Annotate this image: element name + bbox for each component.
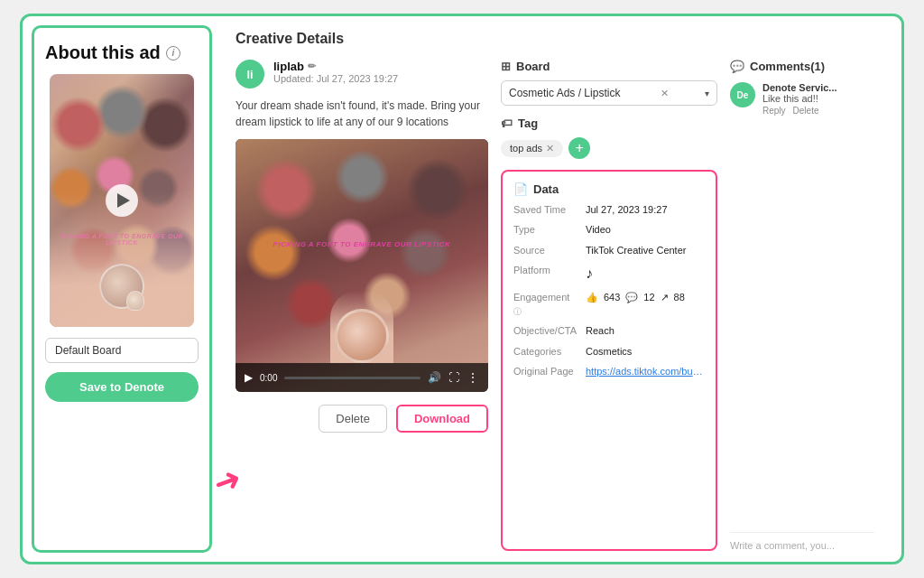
board-label: ⊞ Board — [501, 60, 717, 73]
left-panel: About this ad i PICKING A FONT TO ENGRAV… — [32, 25, 212, 553]
comments-header: 💬 Comments(1) — [730, 60, 874, 73]
board-section: ⊞ Board Cosmetic Ads / Lipstick ✕ ▾ — [501, 60, 717, 106]
pot-visual — [335, 309, 389, 363]
data-row-engagement: Engagementⓘ 👍643 💬12 ↗88 — [513, 291, 705, 319]
data-val-original-page[interactable]: https://ads.tiktok.com/busines... — [586, 365, 705, 378]
comment-icon: 💬 — [625, 291, 638, 304]
creative-details-title: Creative Details — [236, 31, 887, 47]
about-title-text: About this ad — [45, 42, 161, 63]
data-val-objective: Reach — [586, 324, 705, 338]
play-button[interactable] — [106, 184, 138, 217]
content-area: li liplab ✏ Updated: Jul 27, 2023 19:27 … — [236, 60, 887, 551]
tag-area: top ads ✕ + — [501, 137, 717, 159]
add-tag-button[interactable]: + — [568, 137, 590, 159]
comment-text: Like this ad!! — [762, 93, 874, 104]
data-row-objective: Objective/CTA Reach — [513, 324, 705, 338]
board-dropdown-value: Cosmetic Ads / Lipstick — [509, 87, 620, 99]
save-to-denote-button[interactable]: Save to Denote — [45, 372, 199, 402]
data-key-saved-time: Saved Time — [513, 203, 586, 217]
data-row-platform: Platform ♪ — [513, 264, 705, 284]
write-comment-placeholder: Write a comment, you... — [730, 540, 835, 551]
comments-column: 💬 Comments(1) De Denote Servic... Like t… — [730, 60, 874, 551]
commenter-avatar: De — [730, 82, 755, 107]
comment-body: Denote Servic... Like this ad!! Reply De… — [762, 82, 874, 116]
brand-avatar: li — [236, 60, 264, 89]
center-column: li liplab ✏ Updated: Jul 27, 2023 19:27 … — [236, 60, 488, 551]
data-val-source: TikTok Creative Center — [586, 244, 705, 257]
data-section-label: 📄 Data — [513, 182, 705, 196]
tag-text: top ads — [510, 143, 542, 154]
data-val-engagement: 👍643 💬12 ↗88 — [586, 291, 705, 319]
comment-icon-header: 💬 — [730, 60, 744, 73]
reply-button[interactable]: Reply — [762, 106, 786, 116]
tag-icon: 🏷 — [501, 117, 513, 130]
data-key-categories: Categories — [513, 345, 586, 359]
data-icon: 📄 — [513, 182, 528, 196]
tag-remove-icon[interactable]: ✕ — [546, 143, 554, 154]
ad-description: Your dream shade isn't found, it's made.… — [236, 98, 488, 130]
data-row-categories: Categories Cosmetics — [513, 345, 705, 359]
video-overlay-text: PICKING A FONT TO ENGRAVE OUR LIPSTICK — [236, 240, 488, 248]
data-row-type: Type Video — [513, 223, 705, 237]
data-key-platform: Platform — [513, 264, 586, 284]
data-val-saved-time: Jul 27, 2023 19:27 — [586, 203, 705, 217]
download-button[interactable]: Download — [396, 405, 488, 433]
fullscreen-icon[interactable]: ⛶ — [448, 371, 459, 384]
data-row-saved-time: Saved Time Jul 27, 2023 19:27 — [513, 203, 705, 217]
data-key-type: Type — [513, 223, 586, 237]
more-options-icon[interactable]: ⋮ — [467, 370, 479, 385]
play-triangle-icon — [117, 193, 130, 208]
data-row-original-page: Original Page https://ads.tiktok.com/bus… — [513, 365, 705, 378]
delete-comment-button[interactable]: Delete — [793, 106, 819, 116]
comment-actions: Reply Delete — [762, 106, 874, 116]
data-key-original-page: Original Page — [513, 365, 586, 378]
video-play-icon[interactable]: ▶ — [245, 371, 253, 384]
data-key-engagement: Engagementⓘ — [513, 291, 586, 319]
brand-name: liplab ✏ — [273, 60, 488, 73]
meta-column: ⊞ Board Cosmetic Ads / Lipstick ✕ ▾ 🏷 Ta… — [501, 60, 717, 551]
tag-label: 🏷 Tag — [501, 117, 717, 130]
data-val-platform: ♪ — [586, 264, 705, 284]
left-panel-title: About this ad i — [45, 42, 180, 63]
ad-thumbnail: PICKING A FONT TO ENGRAVE OUR LIPSTICK — [50, 74, 194, 327]
action-buttons: Delete Download — [236, 405, 488, 433]
video-preview: PICKING A FONT TO ENGRAVE OUR LIPSTICK ▶… — [236, 139, 488, 392]
tag-chip: top ads ✕ — [501, 140, 563, 157]
data-row-source: Source TikTok Creative Center — [513, 244, 705, 257]
edit-icon[interactable]: ✏ — [308, 61, 316, 72]
data-key-source: Source — [513, 244, 586, 257]
video-progress-bar[interactable] — [284, 377, 420, 379]
share-icon: ↗ — [661, 291, 669, 304]
board-select[interactable]: Default Board — [45, 338, 199, 363]
video-controls[interactable]: ▶ 0:00 🔊 ⛶ ⋮ — [236, 363, 488, 392]
like-icon: 👍 — [586, 291, 598, 304]
data-box: 📄 Data Saved Time Jul 27, 2023 19:27 Typ… — [501, 170, 717, 551]
tag-section: 🏷 Tag top ads ✕ + — [501, 117, 717, 159]
comments-title: Comments(1) — [750, 60, 825, 73]
video-time: 0:00 — [260, 373, 277, 383]
volume-icon[interactable]: 🔊 — [428, 371, 441, 384]
delete-button[interactable]: Delete — [319, 405, 387, 433]
board-select-wrapper: Default Board — [45, 338, 199, 363]
ad-info-header: li liplab ✏ Updated: Jul 27, 2023 19:27 — [236, 60, 488, 89]
data-key-objective: Objective/CTA — [513, 324, 586, 338]
write-comment-area[interactable]: Write a comment, you... — [730, 532, 874, 551]
data-val-categories: Cosmetics — [586, 345, 705, 359]
comment-item: De Denote Servic... Like this ad!! Reply… — [730, 82, 874, 116]
commenter-name: Denote Servic... — [762, 82, 874, 93]
board-dropdown[interactable]: Cosmetic Ads / Lipstick ✕ ▾ — [501, 80, 717, 106]
app-container: About this ad i PICKING A FONT TO ENGRAV… — [20, 14, 904, 564]
board-chevron-icon[interactable]: ▾ — [705, 89, 709, 98]
right-panel: Creative Details li liplab ✏ Updated: Ju… — [221, 16, 901, 562]
engagement-icons: 👍643 💬12 ↗88 — [586, 291, 705, 304]
board-clear-icon[interactable]: ✕ — [661, 88, 669, 99]
info-icon[interactable]: i — [166, 46, 180, 61]
pot-lid — [126, 291, 144, 311]
ad-updated-time: Updated: Jul 27, 2023 19:27 — [273, 73, 488, 84]
board-icon: ⊞ — [501, 60, 511, 73]
data-val-type: Video — [586, 223, 705, 237]
ad-info-text: liplab ✏ Updated: Jul 27, 2023 19:27 — [273, 60, 488, 84]
